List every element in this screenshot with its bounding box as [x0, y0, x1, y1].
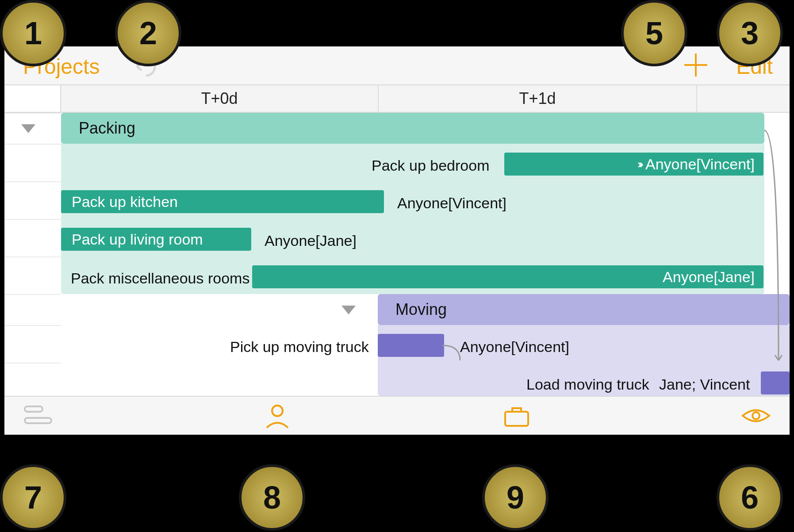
task-bar-pack-misc[interactable]: Anyone[Jane] [252, 265, 763, 288]
eye-icon[interactable] [740, 403, 772, 429]
task-assignee: Anyone[Vincent] [397, 195, 506, 212]
task-assignee: Anyone[Jane] [663, 268, 755, 286]
add-button[interactable] [682, 51, 710, 79]
disclosure-triangle-icon[interactable] [341, 304, 357, 316]
task-assignee: Anyone[Vincent] [460, 338, 569, 356]
svg-rect-7 [505, 412, 528, 426]
task-bar-pack-bedroom[interactable]: ››› Anyone[Vincent] [504, 153, 763, 176]
task-bar-pack-kitchen[interactable]: Pack up kitchen [61, 190, 384, 213]
svg-point-8 [752, 412, 759, 419]
callout-badge-8: 8 [239, 464, 305, 531]
task-label: Load moving truck [526, 376, 649, 393]
svg-rect-5 [25, 418, 51, 423]
callout-badge-1: 1 [0, 0, 66, 66]
callout-badge-2: 2 [115, 0, 181, 66]
callout-badge-9: 9 [482, 464, 549, 531]
callout-badge-3: 3 [717, 0, 783, 66]
timeline-column-0: T+0d [61, 85, 378, 112]
task-assignee: Anyone[Vincent] [645, 156, 755, 173]
task-label: Pick up moving truck [230, 338, 369, 356]
briefcase-icon[interactable] [501, 403, 533, 429]
task-label: Pack up bedroom [372, 157, 495, 174]
task-bar-pickup-truck[interactable] [378, 334, 444, 357]
callout-badge-6: 6 [717, 464, 783, 531]
group-header-moving[interactable]: Moving [378, 294, 790, 325]
svg-marker-3 [341, 306, 356, 314]
overflow-right-icon: ››› [637, 157, 641, 171]
task-assignee: Jane; Vincent [659, 376, 750, 393]
task-label: Pack up kitchen [61, 193, 188, 211]
group-header-packing[interactable]: Packing [61, 113, 764, 144]
gantt-view-icon[interactable] [22, 403, 54, 429]
task-label: Pack miscellaneous rooms [71, 270, 249, 287]
svg-rect-4 [25, 406, 42, 412]
timeline-column-1: T+1d [378, 85, 696, 112]
task-bar-pack-livingroom[interactable]: Pack up living room [61, 228, 251, 251]
gantt-chart[interactable]: Packing Pack up bedroom ››› Anyone[Vince… [4, 113, 790, 396]
contacts-icon[interactable] [261, 403, 293, 429]
timeline-header: T+0d T+1d [4, 85, 790, 113]
callout-badge-5: 5 [621, 0, 687, 66]
svg-marker-2 [21, 124, 35, 133]
disclosure-triangle-icon[interactable] [20, 122, 36, 135]
bottom-tabbar [4, 396, 790, 435]
task-label: Pack up living room [61, 231, 214, 248]
task-assignee: Anyone[Jane] [265, 232, 357, 249]
callout-badge-7: 7 [0, 464, 66, 531]
group-label: Packing [79, 119, 135, 138]
gutter-header [4, 85, 61, 112]
group-label: Moving [395, 300, 447, 319]
timeline-divider [696, 85, 697, 112]
svg-point-6 [272, 406, 283, 416]
task-bar-load-truck[interactable] [761, 371, 790, 394]
row-gutter [4, 113, 61, 396]
app-screen: Projects Edit T+0d T+1d [4, 46, 790, 435]
